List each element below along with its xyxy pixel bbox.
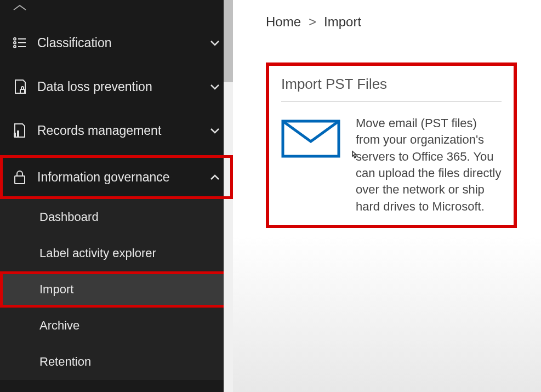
breadcrumb-separator: > [309,14,316,30]
chevron-down-icon [209,124,221,137]
classification-icon [12,35,27,50]
sidebar-subitem-import[interactable]: Import [0,271,233,308]
chevron-down-icon [209,81,221,93]
breadcrumb: Home > Import [266,14,525,30]
svg-point-4 [14,46,16,48]
chevron-down-icon [209,37,221,49]
sidebar-item-information-governance[interactable]: Information governance [0,155,233,199]
cursor-icon [348,149,360,161]
sidebar-subitem-dashboard[interactable]: Dashboard [0,199,233,235]
lock-icon [12,169,27,185]
import-pst-card[interactable]: Import PST Files Move email (PST files) … [266,63,517,228]
sidebar-subitem-archive[interactable]: Archive [0,308,233,344]
sidebar-item-truncated[interactable] [0,0,233,21]
card-description: Move email (PST files) from your organiz… [356,115,502,215]
svg-point-2 [14,42,16,44]
sidebar-subitem-label-activity-explorer[interactable]: Label activity explorer [0,235,233,271]
card-body: Move email (PST files) from your organiz… [281,115,502,215]
breadcrumb-home[interactable]: Home [266,14,301,30]
svg-point-0 [14,38,16,40]
nav-label: Classification [37,36,209,50]
sidebar-item-classification[interactable]: Classification [0,21,233,65]
sidebar-subitem-retention[interactable]: Retention [0,344,233,380]
mail-icon [281,120,340,160]
sidebar-item-data-loss-prevention[interactable]: Data loss prevention [0,65,233,109]
svg-rect-9 [15,176,25,184]
chevron-icon [209,0,221,12]
svg-rect-7 [14,133,16,137]
dlp-icon [12,79,27,94]
main-content: Home > Import Import PST Files Move emai… [233,0,541,392]
nav-label: Information governance [37,170,209,185]
svg-rect-8 [17,130,19,137]
nav-label: Records management [37,123,209,138]
chevron-up-icon [209,171,221,183]
nav-icon-placeholder [12,0,27,15]
card-title: Import PST Files [281,76,502,102]
records-icon [12,123,27,138]
breadcrumb-current: Import [324,14,361,30]
nav-label: Data loss prevention [37,79,209,94]
svg-rect-6 [20,89,25,93]
sidebar-item-records-management[interactable]: Records management [0,109,233,152]
infogov-sub-items: Dashboard Label activity explorer Import… [0,199,233,380]
sidebar: Classification Data loss prevention Reco… [0,0,233,392]
